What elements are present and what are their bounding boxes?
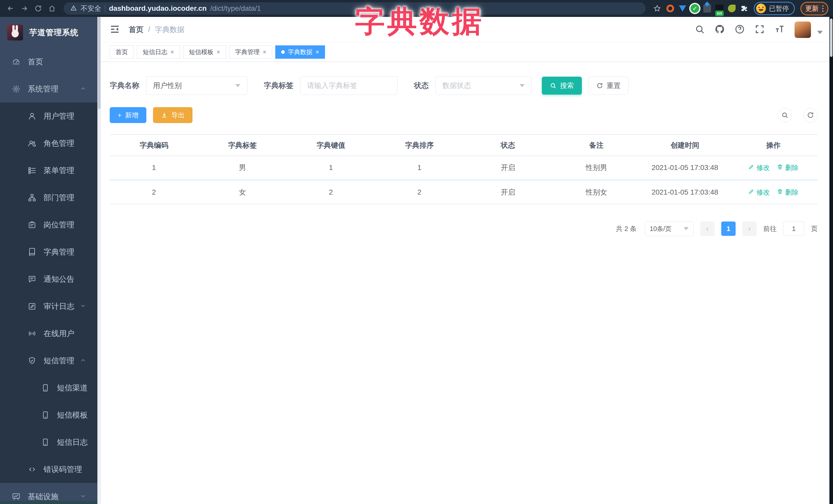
page-scrollbar-thumb[interactable] — [830, 19, 832, 57]
sidebar-scrollbar-thumb[interactable] — [98, 17, 100, 109]
main-panel: 字典名称 用户性别 字典标签 请输入字典标签 状态 数据状态 — [101, 76, 833, 236]
tab-sms-template[interactable]: 短信模板× — [183, 45, 226, 59]
sidebar-item-sms-log[interactable]: 短信日志 — [0, 429, 97, 456]
toggle-search-icon[interactable] — [778, 108, 792, 122]
extension-ring-icon[interactable] — [665, 3, 675, 14]
column-header: 字典编码 — [110, 135, 198, 156]
delete-link[interactable]: 删除 — [777, 188, 799, 197]
sidebar-fold-icon[interactable] — [110, 24, 120, 35]
tab-label: 字典数据 — [288, 48, 312, 56]
table-row: 1男11开启性别男2021-01-05 17:03:48修改删除 — [110, 156, 818, 180]
sidebar-item-label: 错误码管理 — [44, 464, 82, 475]
close-icon[interactable]: × — [315, 49, 319, 55]
url-path[interactable]: /dict/type/data/1 — [210, 4, 261, 13]
tab-sms-log[interactable]: 短信日志× — [137, 45, 180, 59]
reload-icon[interactable] — [32, 3, 44, 14]
sidebar-item-error-code-mgmt[interactable]: 错误码管理 — [0, 456, 97, 483]
sidebar-item-notice[interactable]: 通知公告 — [0, 266, 97, 293]
tab-home[interactable]: 首页 — [110, 45, 134, 59]
table-cell: 2 — [375, 180, 464, 204]
dict-tag-input[interactable]: 请输入字典标签 — [300, 76, 398, 95]
table-cell: 2021-01-05 17:03:48 — [641, 180, 729, 204]
github-icon[interactable] — [715, 24, 725, 35]
font-size-icon[interactable] — [775, 24, 785, 35]
edit-link[interactable]: 修改 — [748, 188, 770, 197]
header-search-icon[interactable] — [695, 24, 705, 35]
bookmark-star-icon[interactable] — [651, 3, 663, 14]
tab-dict-data[interactable]: 字典数据× — [275, 45, 325, 59]
sidebar-item-dict-mgmt[interactable]: 字典管理 — [0, 238, 97, 266]
sidebar-item-label: 基础设施 — [28, 491, 58, 502]
chevron-down-icon — [235, 84, 240, 87]
breadcrumb-home[interactable]: 首页 — [129, 25, 144, 35]
column-header: 备注 — [552, 135, 641, 156]
browser-profile-chip[interactable]: 已暂停 — [754, 2, 795, 15]
goto-page-input[interactable]: 1 — [783, 221, 804, 236]
online-icon — [28, 329, 37, 338]
actions-cell: 修改删除 — [729, 180, 818, 204]
sidebar-item-menu-mgmt[interactable]: 菜单管理 — [0, 157, 97, 184]
browser-menu-kebab-icon[interactable] — [822, 5, 824, 12]
sidebar-item-home[interactable]: 首页 — [0, 48, 97, 75]
user-avatar[interactable] — [794, 22, 811, 38]
column-header: 状态 — [464, 135, 552, 156]
close-icon[interactable]: × — [170, 49, 174, 55]
insecure-warning-icon[interactable] — [70, 5, 77, 12]
phone-icon — [41, 411, 50, 419]
fullscreen-icon[interactable] — [755, 24, 765, 35]
prev-page-button[interactable]: ‹ — [700, 221, 715, 236]
app-title: 芋道管理系统 — [29, 27, 78, 38]
refresh-icon[interactable] — [803, 108, 818, 122]
tab-dict-mgmt[interactable]: 字典管理× — [229, 45, 272, 59]
sidebar-scrollbar[interactable] — [97, 17, 101, 504]
sidebar-item-sms-template[interactable]: 短信模板 — [0, 402, 97, 429]
close-icon[interactable]: × — [217, 49, 220, 55]
home-icon[interactable] — [46, 3, 58, 14]
address-bar[interactable]: 不安全 dashboard.yudao.iocoder.cn/dict/type… — [64, 2, 646, 15]
sidebar-item-label: 首页 — [28, 57, 43, 67]
delete-link[interactable]: 删除 — [777, 163, 799, 172]
sidebar-item-post-mgmt[interactable]: 岗位管理 — [0, 211, 97, 238]
sidebar-item-sms-mgmt[interactable]: 短信管理 — [0, 347, 97, 374]
add-button[interactable]: + 新增 — [110, 107, 146, 123]
extensions-puzzle-icon[interactable] — [739, 3, 749, 14]
close-icon[interactable]: × — [263, 49, 266, 55]
back-icon[interactable] — [5, 3, 17, 14]
status-select[interactable]: 数据状态 — [435, 76, 531, 95]
search-button[interactable]: 搜索 — [542, 77, 582, 95]
sidebar-item-sms-channel[interactable]: 短信渠道 — [0, 374, 97, 402]
browser-update-button[interactable]: 更新 — [801, 2, 828, 16]
dict-tag-placeholder: 请输入字典标签 — [307, 81, 357, 91]
dict-name-select[interactable]: 用户性别 — [146, 76, 247, 95]
extension-sliders-icon[interactable] — [702, 3, 712, 14]
tab-label: 短信模板 — [189, 48, 214, 56]
reset-button[interactable]: 重置 — [589, 77, 628, 95]
tree-icon — [28, 193, 37, 202]
avatar-caret-icon[interactable] — [817, 31, 823, 34]
sidebar-item-audit-log[interactable]: 审计日志 — [0, 293, 97, 320]
url-host[interactable]: dashboard.yudao.iocoder.cn — [109, 4, 207, 13]
sidebar-item-online-users[interactable]: 在线用户 — [0, 320, 97, 347]
extension-leaf-icon[interactable] — [727, 3, 737, 14]
forward-icon[interactable] — [19, 3, 30, 14]
table-row: 2女22开启性别女2021-01-05 17:03:48修改删除 — [110, 180, 818, 204]
page-size-select[interactable]: 10条/页 — [645, 221, 694, 236]
profile-avatar-icon — [756, 4, 766, 13]
sidebar-item-user-mgmt[interactable]: 用户管理 — [0, 102, 97, 130]
sidebar-item-system-mgmt[interactable]: 系统管理 — [0, 75, 97, 102]
sidebar-item-dept-mgmt[interactable]: 部门管理 — [0, 184, 97, 211]
help-icon[interactable] — [735, 24, 745, 35]
next-page-button[interactable]: › — [742, 221, 757, 236]
page-scrollbar[interactable] — [829, 17, 833, 504]
extension-check-icon[interactable]: ✓ — [690, 3, 700, 14]
extension-switch-icon[interactable]: on — [714, 3, 724, 14]
export-button[interactable]: 导出 — [153, 107, 192, 123]
sidebar-item-role-mgmt[interactable]: 角色管理 — [0, 130, 97, 157]
sidebar-item-label: 短信日志 — [57, 437, 88, 448]
edit-link[interactable]: 修改 — [748, 163, 770, 172]
extension-gem-icon[interactable] — [677, 3, 688, 14]
sidebar-logo[interactable]: 芋道管理系统 — [0, 17, 97, 48]
page-suffix-label: 页 — [811, 224, 818, 233]
security-label[interactable]: 不安全 — [80, 4, 101, 13]
current-page-button[interactable]: 1 — [721, 221, 736, 236]
